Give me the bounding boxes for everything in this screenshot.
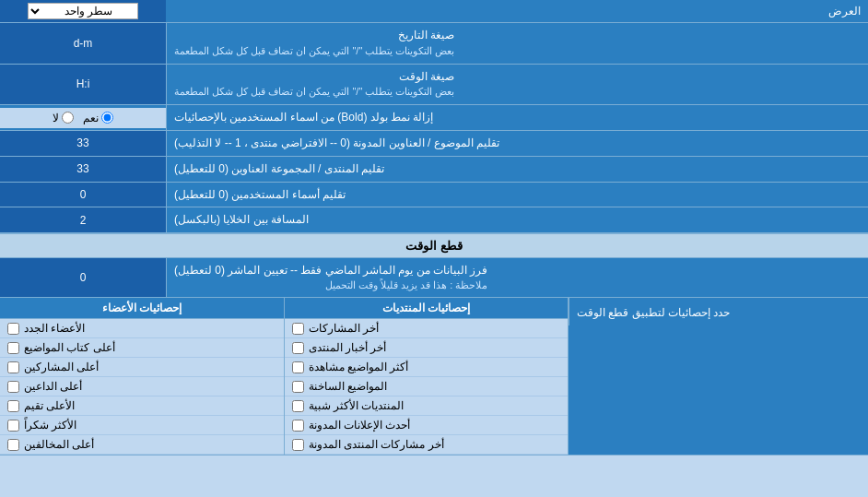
username-input[interactable] — [6, 188, 160, 201]
cutoff-data-row: فرز البيانات من يوم الماشر الماضي فقط --… — [0, 258, 868, 298]
cb-top-topic-writers[interactable] — [7, 342, 19, 354]
cb-hot-topics[interactable] — [292, 381, 304, 393]
cb-most-thanked[interactable] — [7, 420, 19, 432]
date-format-row: صيغة التاريخبعض التكوينات يتطلب "/" التي… — [0, 23, 868, 65]
date-format-label: صيغة التاريخبعض التكوينات يتطلب "/" التي… — [166, 23, 868, 64]
list-item: المنتديات الأكثر شبية — [285, 396, 569, 416]
bold-radio-row: إزالة نمط بولد (Bold) من اسماء المستخدمي… — [0, 105, 868, 131]
cell-spacing-input[interactable] — [6, 214, 160, 227]
list-item: أعلى الداعين — [0, 377, 284, 396]
time-format-label: صيغة الوقتبعض التكوينات يتطلب "/" التي ي… — [166, 65, 868, 105]
cb-last-forum-posts[interactable] — [292, 439, 304, 451]
list-item: أخر أخبار المنتدى — [285, 338, 569, 358]
col1-header: إحصائيات المنتديات — [284, 298, 569, 318]
cb-top-posters[interactable] — [7, 361, 19, 373]
top-label: العرض — [166, 0, 868, 22]
list-item: أعلى المخالفين — [0, 435, 284, 455]
list-item: الأعضاء الجدد — [0, 319, 284, 338]
date-format-input-cell — [0, 23, 166, 64]
cb-top-rated[interactable] — [7, 400, 19, 412]
bold-yes-label[interactable]: نعم — [83, 112, 113, 124]
bold-radio-cell[interactable]: نعم لا — [0, 108, 166, 128]
checkbox-col-1: أخر المشاركات أخر أخبار المنتدى أكثر الم… — [284, 319, 569, 455]
bold-yes-radio[interactable] — [101, 112, 113, 124]
cutoff-section-header: قطع الوقت — [0, 233, 868, 258]
cb-most-popular-forums[interactable] — [292, 400, 304, 412]
checkbox-rows-container: أخر المشاركات أخر أخبار المنتدى أكثر الم… — [0, 319, 568, 455]
bold-label: إزالة نمط بولد (Bold) من اسماء المستخدمي… — [166, 105, 868, 130]
list-item: أعلى كتاب المواضيع — [0, 338, 284, 358]
checkbox-col-2: الأعضاء الجدد أعلى كتاب المواضيع أعلى ال… — [0, 319, 284, 455]
top-row: العرض سطر واحد سطرين ثلاثة أسطر — [0, 0, 868, 23]
date-format-input[interactable] — [6, 37, 160, 50]
list-item: أكثر المواضيع مشاهدة — [285, 358, 569, 377]
cb-most-viewed[interactable] — [292, 361, 304, 373]
bold-no-radio[interactable] — [62, 112, 74, 124]
cb-last-posts[interactable] — [292, 323, 304, 335]
cb-new-members[interactable] — [7, 323, 19, 335]
top-select-cell[interactable]: سطر واحد سطرين ثلاثة أسطر — [0, 0, 166, 22]
topic-title-row: تقليم الموضوع / العناوين المدونة (0 -- ا… — [0, 131, 868, 157]
forum-group-label: تقليم المنتدى / المجموعة العناوين (0 للت… — [166, 157, 868, 182]
cell-spacing-input-cell — [0, 207, 166, 232]
username-label: تقليم أسماء المستخدمين (0 للتعطيل) — [166, 183, 868, 207]
username-input-cell — [0, 183, 166, 207]
stats-checkboxes-area: إحصائيات المنتديات إحصائيات الأعضاء أخر … — [0, 298, 569, 455]
cb-last-news[interactable] — [292, 342, 304, 354]
cell-spacing-row: المسافة بين الخلايا (بالبكسل) — [0, 207, 868, 233]
cutoff-data-input[interactable] — [6, 271, 160, 284]
cb-top-violators[interactable] — [7, 439, 19, 451]
list-item: أعلى المشاركين — [0, 358, 284, 377]
list-item: أخر المشاركات — [285, 319, 569, 338]
stats-apply-row: حدد إحصائيات لتطبيق قطع الوقت إحصائيات ا… — [0, 298, 868, 456]
cutoff-data-input-cell — [0, 258, 166, 297]
bold-no-label[interactable]: لا — [53, 112, 74, 124]
col2-header: إحصائيات الأعضاء — [0, 298, 284, 318]
stats-apply-label: حدد إحصائيات لتطبيق قطع الوقت — [569, 298, 868, 325]
time-format-input[interactable] — [6, 77, 160, 90]
forum-group-input-cell — [0, 157, 166, 182]
list-item: أحدث الإعلانات المدونة — [285, 416, 569, 435]
topic-title-input-cell — [0, 131, 166, 156]
list-item: الأعلى تقيم — [0, 396, 284, 416]
list-item: أخر مشاركات المنتدى المدونة — [285, 435, 569, 455]
cb-top-inviters[interactable] — [7, 381, 19, 393]
topic-title-input[interactable] — [6, 136, 160, 149]
time-format-row: صيغة الوقتبعض التكوينات يتطلب "/" التي ي… — [0, 65, 868, 106]
time-format-input-cell — [0, 65, 166, 105]
list-item: المواضيع الساخنة — [285, 377, 569, 396]
username-row: تقليم أسماء المستخدمين (0 للتعطيل) — [0, 183, 868, 208]
cb-latest-announcements[interactable] — [292, 420, 304, 432]
list-item: الأكثر شكراً — [0, 416, 284, 435]
topic-title-label: تقليم الموضوع / العناوين المدونة (0 -- ا… — [166, 131, 868, 156]
display-select[interactable]: سطر واحد سطرين ثلاثة أسطر — [28, 3, 138, 19]
cutoff-data-label: فرز البيانات من يوم الماشر الماضي فقط --… — [166, 258, 868, 297]
checkbox-header-row: إحصائيات المنتديات إحصائيات الأعضاء — [0, 298, 568, 319]
forum-group-input[interactable] — [6, 162, 160, 175]
forum-group-row: تقليم المنتدى / المجموعة العناوين (0 للت… — [0, 157, 868, 183]
cell-spacing-label: المسافة بين الخلايا (بالبكسل) — [166, 207, 868, 232]
